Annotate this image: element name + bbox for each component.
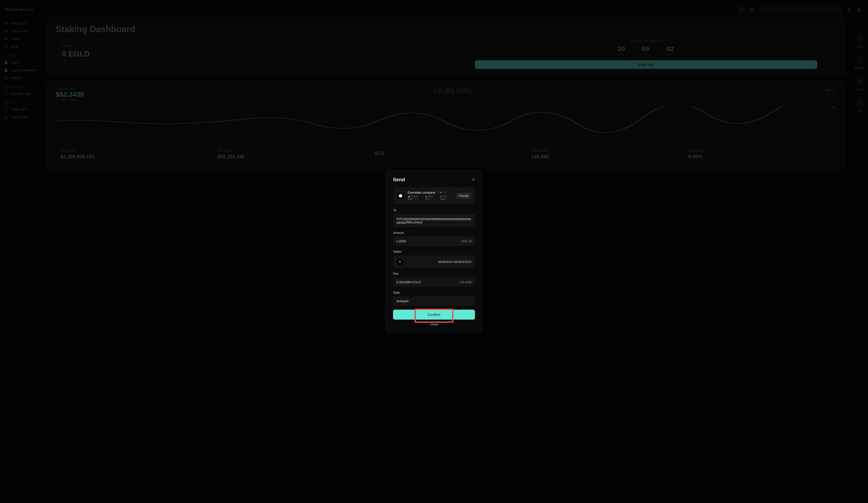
modal-overlay: Send ✕ ⬢ Everstake company ⓘ ✔ ↗ ⚡ 8.36%… (0, 0, 868, 503)
data-label: Data (393, 291, 475, 294)
external-link-icon[interactable]: ↗ (443, 191, 446, 194)
to-field: erd1qqqqqqqqqqqqqqqpqqqqqqqqqqqqqqqqqqqq… (393, 214, 475, 227)
send-modal: Send ✕ ⬢ Everstake company ⓘ ✔ ↗ ⚡ 8.36%… (385, 170, 483, 333)
token-label: Token (393, 250, 475, 253)
amount-label: Amount (393, 231, 475, 234)
data-field: delegate (393, 296, 475, 306)
close-icon[interactable]: ✕ (472, 177, 475, 182)
provider-apr: ⚡ 8.36% APR (407, 195, 423, 201)
modal-title: Send (393, 177, 405, 182)
token-field: × MultiversX eGold EGLD (393, 255, 475, 268)
change-button[interactable]: Change (456, 192, 472, 199)
close-link[interactable]: Close (393, 323, 475, 326)
provider-fee: ▦ 15% Fee (425, 195, 437, 201)
provider-card: ⬢ Everstake company ⓘ ✔ ↗ ⚡ 8.36% APR ▦ … (393, 187, 475, 204)
fee-label: Fee (393, 272, 475, 275)
to-label: To (393, 208, 475, 212)
egld-token-icon: × (396, 258, 403, 265)
confirm-button[interactable]: Confirm (393, 310, 475, 319)
amount-field: 1.0000 ≈ $52.19 (393, 237, 475, 246)
info-icon[interactable]: ⓘ (436, 191, 439, 194)
verified-icon: ✔ (440, 191, 442, 194)
fee-field: 0.0001695 EGLD ≈ $0.0088 (393, 277, 475, 287)
provider-filled: 98.1% Filled (440, 195, 453, 201)
provider-name: Everstake company (407, 191, 435, 194)
provider-logo-icon: ⬢ (396, 192, 405, 200)
